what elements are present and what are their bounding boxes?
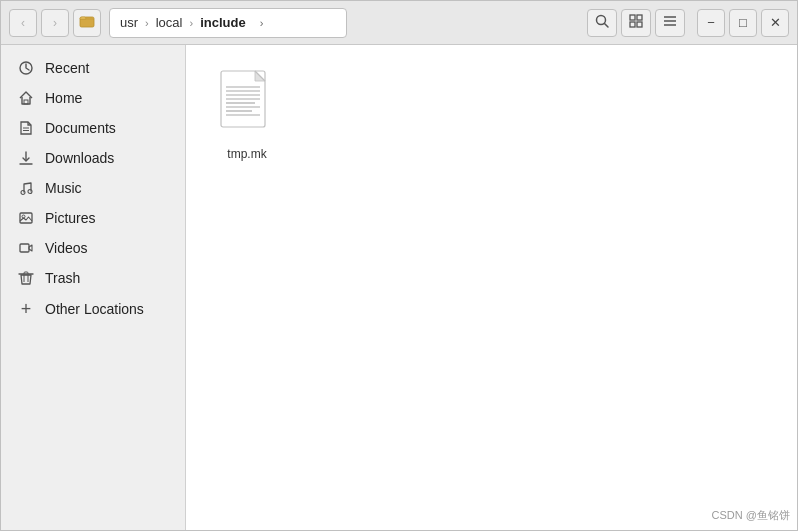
sidebar-item-other-locations-label: Other Locations [45, 301, 144, 317]
sidebar-item-documents-label: Documents [45, 120, 116, 136]
sidebar-item-downloads[interactable]: Downloads [1, 143, 185, 173]
back-button[interactable]: ‹ [9, 9, 37, 37]
breadcrumb-local[interactable]: local [150, 13, 189, 32]
sidebar-item-home-label: Home [45, 90, 82, 106]
recent-icon [17, 60, 35, 76]
breadcrumb-next-icon: › [252, 13, 272, 33]
sidebar-item-recent-label: Recent [45, 60, 89, 76]
sidebar-item-trash-label: Trash [45, 270, 80, 286]
search-icon [594, 13, 610, 32]
svg-rect-4 [637, 15, 642, 20]
back-icon: ‹ [21, 16, 25, 30]
file-manager-window: ‹ › usr › local › include › [0, 0, 798, 531]
sidebar-item-recent[interactable]: Recent [1, 53, 185, 83]
parent-dir-button[interactable] [73, 9, 101, 37]
menu-button[interactable] [655, 9, 685, 37]
titlebar-actions [587, 9, 685, 37]
videos-icon [17, 240, 35, 256]
folder-icon [79, 13, 95, 32]
breadcrumb-sep-1: › [144, 17, 150, 29]
sidebar-item-home[interactable]: Home [1, 83, 185, 113]
watermark: CSDN @鱼铭饼 [712, 508, 790, 523]
file-area: tmp.mk [186, 45, 797, 530]
titlebar: ‹ › usr › local › include › [1, 1, 797, 45]
file-icon-tmp-mk [217, 69, 277, 141]
hamburger-icon [662, 13, 678, 32]
search-button[interactable] [587, 9, 617, 37]
maximize-button[interactable]: □ [729, 9, 757, 37]
sidebar-item-music[interactable]: Music [1, 173, 185, 203]
window-controls: − □ ✕ [697, 9, 789, 37]
home-icon [17, 90, 35, 106]
music-icon [17, 180, 35, 196]
view-toggle-button[interactable] [621, 9, 651, 37]
sidebar-item-pictures-label: Pictures [45, 210, 96, 226]
close-button[interactable]: ✕ [761, 9, 789, 37]
sidebar-item-other-locations[interactable]: + Other Locations [1, 293, 185, 325]
main-area: Recent Home [1, 45, 797, 530]
svg-rect-5 [630, 22, 635, 27]
file-name-tmp-mk: tmp.mk [227, 147, 266, 161]
sidebar-item-music-label: Music [45, 180, 82, 196]
forward-button[interactable]: › [41, 9, 69, 37]
sidebar-item-videos[interactable]: Videos [1, 233, 185, 263]
breadcrumb-usr[interactable]: usr [114, 13, 144, 32]
minimize-button[interactable]: − [697, 9, 725, 37]
svg-rect-6 [637, 22, 642, 27]
svg-rect-19 [20, 244, 29, 252]
breadcrumb: usr › local › include › [109, 8, 347, 38]
downloads-icon [17, 150, 35, 166]
breadcrumb-include[interactable]: include [194, 13, 252, 32]
sidebar: Recent Home [1, 45, 186, 530]
other-locations-icon: + [17, 300, 35, 318]
sidebar-item-documents[interactable]: Documents [1, 113, 185, 143]
grid-view-icon [628, 13, 644, 32]
file-item-tmp-mk[interactable]: tmp.mk [202, 61, 292, 169]
documents-icon [17, 120, 35, 136]
svg-line-2 [605, 24, 609, 28]
svg-rect-17 [20, 213, 32, 223]
sidebar-item-videos-label: Videos [45, 240, 88, 256]
file-grid: tmp.mk [202, 61, 781, 169]
sidebar-item-pictures[interactable]: Pictures [1, 203, 185, 233]
pictures-icon [17, 210, 35, 226]
trash-icon [17, 270, 35, 286]
sidebar-item-trash[interactable]: Trash [1, 263, 185, 293]
sidebar-item-downloads-label: Downloads [45, 150, 114, 166]
forward-icon: › [53, 16, 57, 30]
svg-rect-3 [630, 15, 635, 20]
